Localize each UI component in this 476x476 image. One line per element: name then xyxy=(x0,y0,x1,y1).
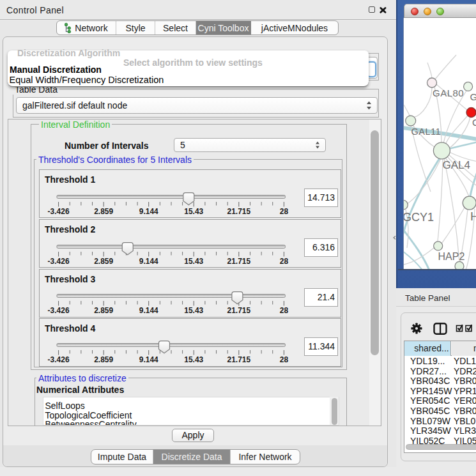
svg-text:15.43: 15.43 xyxy=(184,256,203,265)
svg-text:-3.426: -3.426 xyxy=(48,355,70,364)
svg-text:H: H xyxy=(470,210,476,223)
svg-text:2.859: 2.859 xyxy=(94,256,113,265)
svg-text:GAL80: GAL80 xyxy=(433,88,464,98)
svg-text:28: 28 xyxy=(280,256,289,265)
svg-text:21.715: 21.715 xyxy=(227,256,250,265)
svg-text:-3.426: -3.426 xyxy=(48,306,70,315)
svg-text:2.859: 2.859 xyxy=(94,306,113,315)
svg-text:28: 28 xyxy=(280,355,289,364)
svg-text:2.859: 2.859 xyxy=(94,355,113,364)
svg-text:GA: GA xyxy=(470,91,476,102)
svg-text:9.144: 9.144 xyxy=(139,206,158,215)
svg-text:15.43: 15.43 xyxy=(184,306,203,315)
svg-text:28: 28 xyxy=(280,306,289,315)
svg-text:GAL4: GAL4 xyxy=(443,159,470,171)
svg-text:28: 28 xyxy=(280,206,289,215)
svg-text:9.144: 9.144 xyxy=(139,306,158,315)
svg-text:-3.426: -3.426 xyxy=(48,206,70,215)
svg-text:21.715: 21.715 xyxy=(227,355,250,364)
svg-text:21.715: 21.715 xyxy=(227,206,250,215)
svg-text:HAP2: HAP2 xyxy=(438,251,465,262)
svg-text:-3.426: -3.426 xyxy=(48,256,70,265)
svg-text:C: C xyxy=(472,117,476,128)
svg-text:15.43: 15.43 xyxy=(184,355,203,364)
svg-text:9.144: 9.144 xyxy=(139,256,158,265)
svg-text:21.715: 21.715 xyxy=(227,306,250,315)
svg-text:2.859: 2.859 xyxy=(94,206,113,215)
svg-text:GCY1: GCY1 xyxy=(404,211,434,224)
svg-text:15.43: 15.43 xyxy=(184,206,203,215)
svg-text:9.144: 9.144 xyxy=(139,355,158,364)
svg-text:GAL11: GAL11 xyxy=(411,127,441,137)
